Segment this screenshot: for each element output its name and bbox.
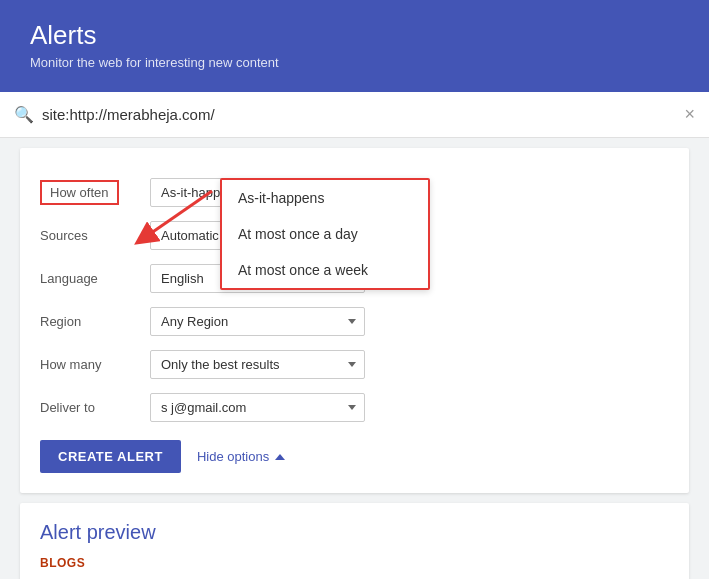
region-row: Region Any Region United States [40, 307, 669, 336]
how-many-control: Only the best results All results [150, 350, 365, 379]
how-often-box[interactable]: How often [40, 180, 119, 205]
dropdown-item-as-it-happens[interactable]: As-it-happens [222, 180, 428, 216]
chevron-up-icon [275, 454, 285, 460]
language-label: Language [40, 271, 150, 286]
how-many-select[interactable]: Only the best results All results [150, 350, 365, 379]
deliver-to-row: Deliver to s j@gmail.com [40, 393, 669, 422]
region-select[interactable]: Any Region United States [150, 307, 365, 336]
close-icon[interactable]: × [684, 104, 695, 125]
how-many-label: How many [40, 357, 150, 372]
sources-label: Sources [40, 228, 150, 243]
hide-options-link[interactable]: Hide options [197, 449, 285, 464]
region-control: Any Region United States [150, 307, 365, 336]
deliver-to-label: Deliver to [40, 400, 150, 415]
alert-preview-card: Alert preview BLOGS [20, 503, 689, 579]
region-label: Region [40, 314, 150, 329]
alert-preview-title: Alert preview [40, 521, 669, 544]
page-title: Alerts [30, 20, 679, 51]
search-bar: 🔍 × [0, 92, 709, 138]
create-alert-button[interactable]: CREATE ALERT [40, 440, 181, 473]
hide-options-label: Hide options [197, 449, 269, 464]
main-card: As-it-happens At most once a day At most… [20, 148, 689, 493]
how-many-row: How many Only the best results All resul… [40, 350, 669, 379]
header-subtitle: Monitor the web for interesting new cont… [30, 55, 679, 70]
dropdown-item-once-a-day[interactable]: At most once a day [222, 216, 428, 252]
buttons-row: CREATE ALERT Hide options [40, 440, 669, 473]
blogs-label: BLOGS [40, 556, 669, 570]
how-often-dropdown: As-it-happens At most once a day At most… [220, 178, 430, 290]
dropdown-item-once-a-week[interactable]: At most once a week [222, 252, 428, 288]
deliver-to-control: s j@gmail.com [150, 393, 365, 422]
search-input[interactable] [42, 106, 684, 123]
how-often-label: How often [40, 180, 150, 205]
header: Alerts Monitor the web for interesting n… [0, 0, 709, 92]
deliver-to-select[interactable]: s j@gmail.com [150, 393, 365, 422]
search-icon: 🔍 [14, 105, 34, 124]
